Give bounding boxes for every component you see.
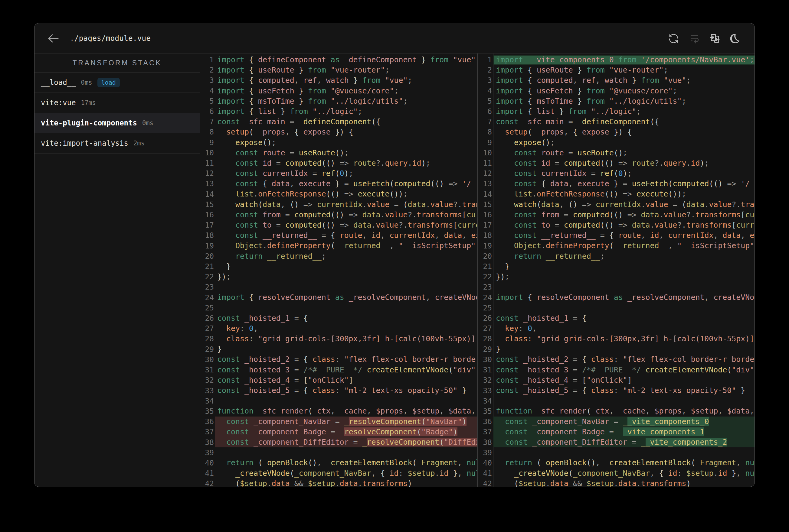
code-line-18[interactable]: const __returned__ = { route, id, curren… xyxy=(493,230,754,241)
code-line-28[interactable]: class: "grid grid-cols-[300px,3fr] h-[ca… xyxy=(493,334,754,344)
code-line-11[interactable]: const id = computed(() => route?.query.i… xyxy=(215,158,477,168)
plugin-item--load-[interactable]: __load__0msload xyxy=(35,73,200,93)
code-line-23[interactable] xyxy=(493,282,754,292)
code-line-21[interactable]: } xyxy=(215,262,477,272)
code-line-42[interactable]: ($setup.data && $setup.data.transforms) xyxy=(493,478,754,487)
code-line-1[interactable]: import { defineComponent as _defineCompo… xyxy=(215,55,477,65)
code-line-21[interactable]: } xyxy=(493,262,754,272)
diff-view-button[interactable] xyxy=(708,32,721,45)
code-line-22[interactable]: }); xyxy=(215,272,477,282)
code-line-20[interactable]: return __returned__; xyxy=(493,251,754,262)
code-line-33[interactable]: const _hoisted_5 = { class: "ml-2 text-x… xyxy=(493,385,754,396)
code-line-29[interactable]: } xyxy=(493,344,754,354)
code-line-15[interactable]: watch(data, () => currentIdx.value = (da… xyxy=(493,200,754,210)
code-line-4[interactable]: import { useFetch } from "@vueuse/core"; xyxy=(215,86,477,96)
code-line-34[interactable] xyxy=(493,396,754,406)
code-line-23[interactable] xyxy=(215,282,477,292)
code-token: => xyxy=(627,210,641,219)
code-line-12[interactable]: const currentIdx = ref(0); xyxy=(493,168,754,179)
code-line-28[interactable]: class: "grid grid-cols-[300px,3fr] h-[ca… xyxy=(215,334,477,344)
code-line-13[interactable]: const { data, execute } = useFetch(compu… xyxy=(493,179,754,189)
code-line-40[interactable]: return (_openBlock(), _createElementBloc… xyxy=(215,458,477,468)
code-line-19[interactable]: Object.defineProperty(__returned__, "__i… xyxy=(493,241,754,251)
code-line-38[interactable]: const _component_DiffEditor = __vite_com… xyxy=(493,437,754,448)
code-line-36[interactable]: const _component_NavBar = _resolveCompon… xyxy=(215,417,477,427)
code-line-10[interactable]: const route = useRoute(); xyxy=(215,148,477,158)
code-line-40[interactable]: return (_openBlock(), _createElementBloc… xyxy=(493,458,754,468)
code-line-25[interactable] xyxy=(493,303,754,313)
code-line-5[interactable]: import { msToTime } from "../logic/utils… xyxy=(493,96,754,107)
code-line-3[interactable]: import { computed, ref, watch } from "vu… xyxy=(215,75,477,86)
code-line-7[interactable]: const _sfc_main = _defineComponent({ xyxy=(493,117,754,127)
code-line-2[interactable]: import { useRoute } from "vue-router"; xyxy=(215,65,477,75)
code-line-29[interactable]: } xyxy=(215,344,477,354)
code-line-22[interactable]: }); xyxy=(493,272,754,282)
code-line-37[interactable]: const _component_Badge = __vite_componen… xyxy=(493,427,754,437)
code-line-4[interactable]: import { useFetch } from "@vueuse/core"; xyxy=(493,86,754,96)
code-line-8[interactable]: setup(__props, { expose }) { xyxy=(215,127,477,137)
code-line-31[interactable]: const _hoisted_3 = /*#__PURE__*/_createE… xyxy=(493,365,754,375)
code-line-26[interactable]: const _hoisted_1 = { xyxy=(493,313,754,323)
code-pane-left[interactable]: 1234567891011121314151617181920212223242… xyxy=(200,54,477,487)
code-line-7[interactable]: const _sfc_main = _defineComponent({ xyxy=(215,117,477,127)
code-line-3[interactable]: import { computed, ref, watch } from "vu… xyxy=(493,75,754,86)
code-line-27[interactable]: key: 0, xyxy=(493,323,754,334)
code-line-27[interactable]: key: 0, xyxy=(215,323,477,334)
code-line-38[interactable]: const _component_DiffEditor = _resolveCo… xyxy=(215,437,477,448)
code-line-12[interactable]: const currentIdx = ref(0); xyxy=(215,168,477,179)
code-line-20[interactable]: return __returned__; xyxy=(215,251,477,262)
code-line-35[interactable]: function _sfc_render(_ctx, _cache, $prop… xyxy=(493,406,754,416)
code-line-6[interactable]: import { list } from "../logic"; xyxy=(215,107,477,117)
code-line-42[interactable]: ($setup.data && $setup.data.transforms) xyxy=(215,478,477,487)
code-line-14[interactable]: list.onFetchResponse(() => execute()); xyxy=(493,189,754,199)
code-line-15[interactable]: watch(data, () => currentIdx.value = (da… xyxy=(215,200,477,210)
code-line-17[interactable]: const to = computed(() => data.value?.tr… xyxy=(215,220,477,230)
code-line-16[interactable]: const from = computed(() => data.value?.… xyxy=(493,210,754,220)
code-line-13[interactable]: const { data, execute } = useFetch(compu… xyxy=(215,179,477,189)
code-line-5[interactable]: import { msToTime } from "../logic/utils… xyxy=(215,96,477,107)
code-line-9[interactable]: expose(); xyxy=(493,137,754,148)
code-line-32[interactable]: const _hoisted_4 = ["onClick"] xyxy=(215,375,477,385)
code-line-30[interactable]: const _hoisted_2 = { class: "flex flex-c… xyxy=(215,354,477,364)
code-line-2[interactable]: import { useRoute } from "vue-router"; xyxy=(493,65,754,75)
code-line-41[interactable]: _createVNode(_component_NavBar, { id: $s… xyxy=(215,468,477,478)
code-pane-right[interactable]: 1234567891011121314151617181920212223242… xyxy=(478,54,754,487)
code-line-31[interactable]: const _hoisted_3 = /*#__PURE__*/_createE… xyxy=(215,365,477,375)
code-token: $setup xyxy=(691,406,718,415)
code-line-36[interactable]: const _component_NavBar = __vite_compone… xyxy=(493,417,754,427)
code-line-34[interactable] xyxy=(215,396,477,406)
plugin-item-vite-plugin-components[interactable]: vite-plugin-components0ms xyxy=(35,113,200,133)
code-line-37[interactable]: const _component_Badge = _resolveCompone… xyxy=(215,427,477,437)
code-line-33[interactable]: const _hoisted_5 = { class: "ml-2 text-x… xyxy=(215,385,477,396)
line-number: 16 xyxy=(478,210,492,220)
line-wrap-button[interactable] xyxy=(688,32,701,45)
dark-mode-button[interactable] xyxy=(729,32,742,45)
code-line-14[interactable]: list.onFetchResponse(() => execute()); xyxy=(215,189,477,199)
code-line-32[interactable]: const _hoisted_4 = ["onClick"] xyxy=(493,375,754,385)
code-token: , xyxy=(294,76,304,84)
back-button[interactable] xyxy=(46,31,60,46)
plugin-item-vite-import-analysis[interactable]: vite:import-analysis2ms xyxy=(35,133,200,154)
code-line-19[interactable]: Object.defineProperty(__returned__, "__i… xyxy=(215,241,477,251)
code-line-41[interactable]: _createVNode(_component_NavBar, { id: $s… xyxy=(493,468,754,478)
code-line-24[interactable]: import { resolveComponent as _resolveCom… xyxy=(493,292,754,303)
code-line-39[interactable] xyxy=(215,448,477,458)
code-line-18[interactable]: const __returned__ = { route, id, curren… xyxy=(215,230,477,241)
code-line-11[interactable]: const id = computed(() => route?.query.i… xyxy=(493,158,754,168)
plugin-item-vite-vue[interactable]: vite:vue17ms xyxy=(35,93,200,113)
code-line-30[interactable]: const _hoisted_2 = { class: "flex flex-c… xyxy=(493,354,754,364)
code-line-25[interactable] xyxy=(215,303,477,313)
code-line-17[interactable]: const to = computed(() => data.value?.tr… xyxy=(493,220,754,230)
code-line-24[interactable]: import { resolveComponent as _resolveCom… xyxy=(215,292,477,303)
code-line-10[interactable]: const route = useRoute(); xyxy=(493,148,754,158)
code-line-35[interactable]: function _sfc_render(_ctx, _cache, $prop… xyxy=(215,406,477,416)
refresh-button[interactable] xyxy=(667,32,680,45)
code-line-1[interactable]: import __vite_components_0 from '/compon… xyxy=(493,55,754,65)
code-line-6[interactable]: import { list } from "../logic"; xyxy=(493,107,754,117)
code-line-26[interactable]: const _hoisted_1 = { xyxy=(215,313,477,323)
code-token: ) xyxy=(421,159,426,168)
code-line-39[interactable] xyxy=(493,448,754,458)
code-line-9[interactable]: expose(); xyxy=(215,137,477,148)
code-line-16[interactable]: const from = computed(() => data.value?.… xyxy=(215,210,477,220)
code-line-8[interactable]: setup(__props, { expose }) { xyxy=(493,127,754,137)
